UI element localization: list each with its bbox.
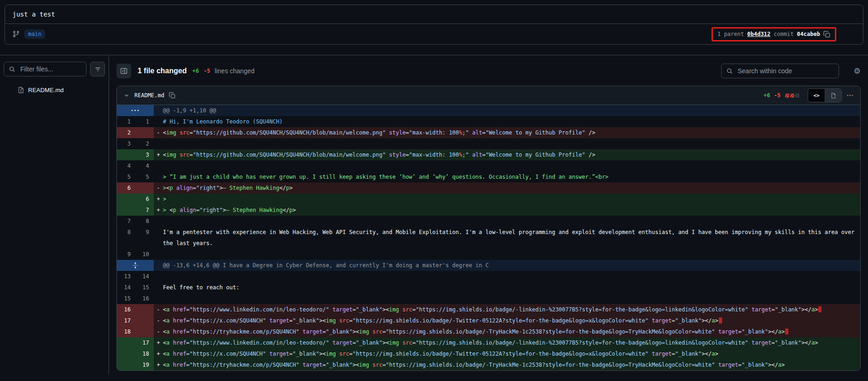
diff-sign: - (154, 304, 163, 315)
line-number-old[interactable]: 5 (117, 171, 135, 182)
line-number-old[interactable]: 16 (117, 304, 135, 315)
line-number-old[interactable]: 8 (117, 227, 135, 249)
line-number-new[interactable]: 10 (135, 249, 154, 260)
parent-label: 1 parent (718, 31, 744, 37)
line-number-new[interactable] (135, 315, 154, 326)
diff-sign: + (154, 359, 163, 370)
diff-sign: - (154, 326, 163, 337)
line-number-new[interactable]: 4 (135, 160, 154, 171)
line-number-new[interactable] (135, 326, 154, 337)
line-number-old[interactable]: 18 (117, 326, 135, 337)
line-number-old[interactable]: 13 (117, 271, 135, 282)
line-number-new[interactable]: 1 (135, 116, 154, 127)
branch-label[interactable]: main (24, 29, 45, 39)
diffstat-blocks (784, 91, 799, 100)
line-number-new[interactable]: 8 (135, 216, 154, 227)
code-line (163, 249, 860, 260)
rich-view-button[interactable] (825, 89, 841, 102)
copy-icon (169, 92, 175, 99)
code-line: > <p align="right">— Stephen Hawking</p> (163, 205, 860, 216)
line-number-new[interactable]: 9 (135, 227, 154, 249)
code-line (163, 216, 860, 227)
hunk-dots-icon[interactable]: ••• (131, 105, 139, 116)
diff-row: 18+<a href="https://x.com/SQU4NCH" targe… (117, 348, 860, 359)
line-number-old[interactable]: 4 (117, 160, 135, 171)
code-line: > “I am just a child who has never grown… (163, 171, 860, 182)
diff-sign: - (154, 127, 163, 138)
diff-row: 78 (117, 216, 860, 227)
diff-row: 32 (117, 138, 860, 149)
search-within-code-field[interactable] (737, 67, 834, 75)
line-number-old[interactable] (117, 348, 135, 359)
copy-icon[interactable] (823, 31, 830, 38)
collapse-sidebar-button[interactable] (116, 64, 131, 78)
line-number-new[interactable]: 2 (135, 138, 154, 149)
diff-row: 16-<a href="https://www.linkedin.com/in/… (117, 304, 860, 315)
diff-sign: - (154, 315, 163, 326)
line-number-new[interactable]: 16 (135, 293, 154, 304)
line-number-old[interactable]: 1 (117, 116, 135, 127)
filter-files-field[interactable] (19, 65, 81, 73)
diff-row: 910 (117, 249, 860, 260)
diff-row: 6-><p align="right">— Stephen Hawking</p… (117, 182, 860, 193)
line-number-old[interactable]: 2 (117, 127, 135, 138)
toolbar-additions: +6 (192, 68, 199, 74)
line-number-old[interactable]: 15 (117, 293, 135, 304)
line-number-old[interactable] (117, 359, 135, 370)
line-number-new[interactable]: 3 (135, 149, 154, 160)
line-number-new[interactable]: 5 (135, 171, 154, 182)
code-line: @@ -1,9 +1,10 @@ (163, 105, 860, 116)
main-split: README.md 1 file changed +6 -5 lines cha… (0, 55, 868, 375)
line-number-old[interactable]: 14 (117, 282, 135, 293)
line-number-new[interactable] (135, 182, 154, 193)
settings-gear-icon[interactable]: ⚙ (854, 67, 861, 75)
annotation-box: 1 parent 0b4d312 commit 04cabeb (712, 27, 836, 41)
git-branch-icon (12, 30, 20, 38)
trailing-whitespace-marker (818, 306, 822, 312)
code-line: <a href="https://www.linkedin.com/in/leo… (163, 304, 860, 315)
file-tree-item-readme[interactable]: README.md (4, 84, 105, 96)
code-line (163, 271, 860, 282)
diff-row: @@ -13,6 +14,6 @@ I have a Degree in Cyb… (117, 260, 860, 271)
line-number-old[interactable] (117, 205, 135, 216)
line-number-old[interactable]: 17 (117, 315, 135, 326)
parent-sha-link[interactable]: 0b4d312 (747, 31, 770, 37)
commit-page: just a test main 1 parent 0b4d312 commit… (0, 5, 868, 375)
line-number-new[interactable]: 6 (135, 193, 154, 205)
filter-files-input[interactable] (4, 62, 87, 76)
line-number-new[interactable]: 19 (135, 359, 154, 370)
diff-row: •••@@ -1,9 +1,10 @@ (117, 105, 860, 116)
line-number-old[interactable]: 9 (117, 249, 135, 260)
line-number-old[interactable]: 3 (117, 138, 135, 149)
file-diff-icon (17, 87, 24, 94)
diff-row: 89I'm a pentester with experience in Web… (117, 227, 860, 249)
code-line: <a href="https://tryhackme.com/p/SQU4NCH… (163, 326, 860, 337)
unfold-icon[interactable] (132, 262, 139, 269)
line-number-new[interactable]: 17 (135, 337, 154, 348)
code-view-button[interactable]: <> (808, 89, 825, 102)
line-number-old[interactable] (117, 337, 135, 348)
code-line: <a href="https://x.com/SQU4NCH" target="… (163, 315, 860, 326)
line-number-new[interactable] (135, 304, 154, 315)
commit-label: commit (774, 31, 793, 37)
line-number-old[interactable] (117, 193, 135, 205)
line-number-new[interactable] (135, 127, 154, 138)
copy-file-path-button[interactable] (168, 91, 176, 100)
file-options-kebab[interactable]: ⋯ (845, 90, 855, 100)
file-name[interactable]: README.md (134, 92, 164, 99)
line-number-old[interactable]: 7 (117, 216, 135, 227)
line-number-new[interactable]: 15 (135, 282, 154, 293)
search-within-code-input[interactable] (721, 64, 839, 78)
collapse-file-button[interactable] (122, 91, 131, 100)
line-number-old[interactable]: 6 (117, 182, 135, 193)
line-number-new[interactable]: 14 (135, 271, 154, 282)
line-number-new[interactable]: 18 (135, 348, 154, 359)
file-filter-button[interactable] (90, 62, 105, 76)
commit-sha: 04cabeb (797, 31, 820, 37)
code-line: ><p align="right">— Stephen Hawking</p> (163, 182, 860, 193)
commit-meta-row: main 1 parent 0b4d312 commit 04cabeb (5, 24, 863, 44)
line-number-old[interactable] (117, 149, 135, 160)
line-number-new[interactable]: 7 (135, 205, 154, 216)
files-changed-title: 1 file changed (138, 67, 187, 75)
file-diff-card: README.md +6 -5 <> (116, 86, 861, 371)
